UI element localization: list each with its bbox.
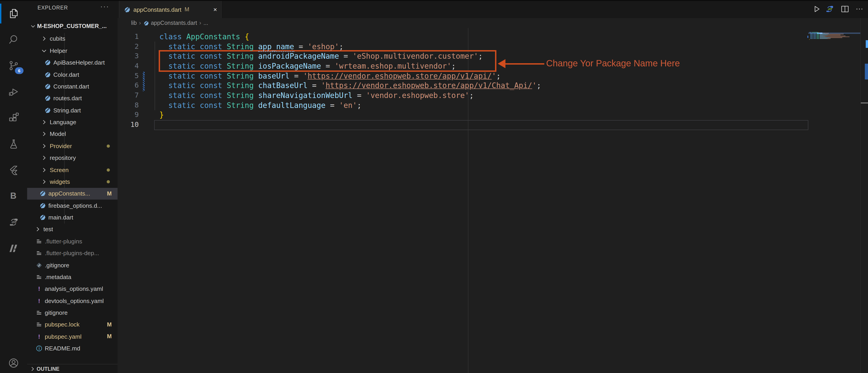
search-icon[interactable] (0, 29, 27, 50)
tree-file-pubspec-lock[interactable]: pubspec.lockM (27, 318, 118, 331)
dart-file-icon (143, 20, 149, 26)
tree-item-label: Provider (50, 143, 72, 149)
tree-folder-provider[interactable]: Provider (27, 140, 118, 152)
tree-file-readme-md[interactable]: README.md (27, 342, 118, 354)
annotation-arrowhead-icon (498, 59, 505, 68)
tree-file-apibasehelper-dart[interactable]: ApiBaseHelper.dart (27, 57, 118, 69)
annotation-text: Change Yor Package Name Here (546, 58, 680, 69)
dart-file-icon (44, 71, 51, 78)
info-file-icon (36, 345, 42, 352)
tree-file-routes-dart[interactable]: routes.dart (27, 92, 118, 104)
partial-diff-button[interactable]: diff (824, 3, 835, 15)
listfile-file-icon (36, 309, 42, 316)
tab-appconstants[interactable]: appConstants.dart M × (119, 0, 221, 18)
run-debug-icon[interactable] (0, 81, 27, 102)
accounts-icon[interactable] (0, 352, 27, 373)
code-line-3[interactable]: static const String androidPackageName =… (159, 52, 483, 61)
tree-item-label: firebase_options.d... (49, 202, 102, 209)
tab-git-badge: M (184, 6, 189, 13)
minimap[interactable] (808, 28, 860, 373)
outline-section-header[interactable]: OUTLINE (27, 364, 118, 373)
extensions-icon[interactable] (0, 107, 27, 129)
partial-diff-icon[interactable]: diff (0, 211, 27, 233)
tree-item-label: .metadata (45, 274, 71, 280)
code-editor[interactable]: Change Yor Package Name Here 1class AppC… (118, 28, 868, 373)
tree-file-constant-dart[interactable]: Constant.dart (27, 80, 118, 93)
activity-bar: 6Bdiff (0, 0, 28, 373)
breadcrumb-folder[interactable]: lib (131, 20, 137, 26)
bloc-icon[interactable]: B (0, 185, 27, 207)
project-root-row[interactable]: M-ESHOP_CUSTOMER_... (27, 21, 118, 32)
code-line-2[interactable]: static const String app_name = 'eshop'; (159, 42, 344, 52)
tree-file-pubspec-yaml[interactable]: !pubspec.yamlM (27, 331, 118, 342)
tree-folder-model[interactable]: Model (27, 128, 118, 140)
split-editor-button[interactable] (839, 3, 851, 15)
tree-folder-widgets[interactable]: widgets (27, 176, 118, 188)
tree-file-appconstants-[interactable]: appConstants...M (27, 188, 118, 200)
project-marker-icon[interactable] (0, 238, 27, 259)
explorer-sidebar: EXPLORER ··· M-ESHOP_CUSTOMER_... cubits… (27, 0, 118, 373)
close-icon[interactable]: × (213, 6, 217, 13)
tree-folder-helper[interactable]: Helper (27, 45, 118, 57)
tree-item-label: Helper (50, 47, 67, 54)
tree-folder-screen[interactable]: Screen (27, 164, 118, 176)
yaml-file-icon: ! (36, 333, 42, 340)
flutter-icon[interactable] (0, 160, 27, 181)
code-line-8[interactable]: static const String defaultLanguage = 'e… (159, 100, 362, 110)
explorer-icon[interactable] (0, 3, 27, 24)
tree-folder-repository[interactable]: repository (27, 152, 118, 164)
tree-item-label: test (43, 226, 53, 233)
tree-file-analysis-options-yaml[interactable]: !analysis_options.yaml (27, 283, 118, 295)
code-line-9[interactable]: } (159, 110, 164, 120)
indent-guide (154, 42, 155, 110)
tree-file-firebase-options-d-[interactable]: firebase_options.d... (27, 200, 118, 211)
vscode-window: 6Bdiff EXPLORER ··· M-ESHOP_CUSTOMER_...… (0, 0, 868, 373)
more-actions-button[interactable] (854, 3, 865, 15)
chevron-right-icon (41, 119, 48, 126)
tree-item-label: README.md (45, 345, 80, 352)
tree-folder-test[interactable]: test (27, 223, 118, 235)
tree-item-label: .gitignore (45, 262, 69, 268)
dart-file-icon (44, 59, 51, 66)
code-line-6[interactable]: static const String chatBaseUrl = 'https… (159, 81, 541, 91)
dart-file-icon (44, 83, 51, 90)
code-line-7[interactable]: static const String shareNavigationWebUr… (159, 91, 474, 100)
breadcrumb-symbol[interactable]: ... (204, 20, 208, 26)
code-line-1[interactable]: class AppConstants { (159, 32, 249, 42)
line-number-5: 5 (118, 71, 139, 81)
chevron-right-icon (41, 131, 48, 137)
tree-file-string-dart[interactable]: String.dart (27, 104, 118, 116)
dart-file-icon (44, 107, 51, 113)
line-number-9: 9 (118, 110, 139, 120)
tree-file--metadata[interactable]: .metadata (27, 271, 118, 283)
chevron-right-icon (41, 35, 48, 42)
git-modified-dot (107, 168, 110, 171)
tree-file-main-dart[interactable]: main.dart (27, 211, 118, 224)
tree-file-color-dart[interactable]: Color.dart (27, 69, 118, 80)
code-line-4[interactable]: static const String iosPackageName = 'wr… (159, 61, 456, 71)
breadcrumb-file[interactable]: appConstants.dart (151, 20, 197, 26)
code-line-5[interactable]: static const String baseUrl = 'https://v… (159, 71, 501, 81)
tree-item-label: appConstants... (49, 190, 90, 197)
overview-selection-marker (866, 40, 868, 48)
overview-ruler[interactable] (860, 18, 868, 373)
chevron-right-icon (41, 155, 48, 161)
git-modified-dot (107, 180, 110, 183)
tree-file-gitignore[interactable]: gitignore (27, 307, 118, 319)
source-control-icon[interactable]: 6 (0, 55, 27, 76)
tree-file--flutter-plugins[interactable]: .flutter-plugins (27, 235, 118, 247)
tree-folder-language[interactable]: Language (27, 116, 118, 128)
testing-icon[interactable] (0, 133, 27, 155)
tree-folder-cubits[interactable]: cubits (27, 33, 118, 45)
tree-item-label: repository (50, 155, 76, 161)
tree-file-devtools-options-yaml[interactable]: !devtools_options.yaml (27, 295, 118, 307)
line-number-3: 3 (118, 52, 139, 61)
chevron-right-icon (29, 366, 36, 372)
run-button[interactable] (811, 3, 822, 15)
tree-file--flutter-plugins-dep-[interactable]: .flutter-plugins-dep... (27, 247, 118, 259)
tree-file--gitignore[interactable]: .gitignore (27, 259, 118, 271)
annotation-arrow (500, 63, 544, 65)
tree-item-label: Constant.dart (53, 83, 89, 90)
tree-item-label: pubspec.lock (45, 321, 80, 328)
explorer-more-actions-button[interactable]: ··· (100, 3, 110, 10)
